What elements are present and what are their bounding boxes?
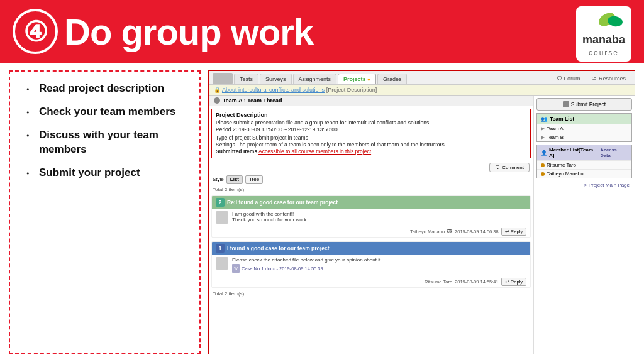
tab-tests[interactable]: Tests bbox=[234, 74, 258, 84]
team-list-box: 👥 Team List ▶ Team A ▶ Team B bbox=[536, 113, 632, 142]
team-list-item-a[interactable]: ▶ Team A bbox=[537, 124, 631, 133]
file-icon: W bbox=[232, 264, 240, 273]
step-number: ④ bbox=[13, 9, 58, 54]
post-2-line2: Thank you so much for your work. bbox=[232, 217, 526, 222]
project-main-page-link[interactable]: > Project Main Page bbox=[536, 181, 632, 189]
comment-button[interactable]: 🗨 Comment bbox=[489, 163, 530, 172]
project-title-link[interactable]: About intercultural conflicts and soluti… bbox=[222, 87, 325, 93]
post-1-content: Please check the attached file below and… bbox=[232, 257, 526, 274]
tab-grades[interactable]: Grades bbox=[377, 74, 408, 84]
member-2-dot bbox=[541, 172, 545, 176]
main-content: ・ Read project description ・ Check your … bbox=[0, 63, 644, 362]
thread-area: Team A : Team Thread Project Description… bbox=[209, 96, 534, 354]
team-list-item-b[interactable]: ▶ Team B bbox=[537, 133, 631, 141]
post-2-header: 2 Re:I found a good case for our team pr… bbox=[212, 196, 530, 209]
submit-icon bbox=[563, 101, 569, 107]
bullet-item-3: ・ Discuss with your team members bbox=[21, 128, 188, 157]
post-2-avatar bbox=[216, 211, 228, 224]
post-1-header: 1 I found a good case for our team proje… bbox=[212, 242, 530, 255]
member-1-dot bbox=[541, 163, 545, 167]
post-1-date: 2019-08-09 14:55:41 bbox=[455, 279, 499, 285]
post-1-attachment: W Case No.1.docx - 2019-08-09 14:55:39 bbox=[232, 263, 526, 274]
tab-forum[interactable]: 🗨 Forum bbox=[552, 74, 586, 84]
post-1-reply-button[interactable]: ↩ Reply bbox=[501, 278, 526, 286]
tab-surveys[interactable]: Surveys bbox=[260, 74, 292, 84]
tab-assignments[interactable]: Assignments bbox=[293, 74, 337, 84]
team-a-label: Team A bbox=[547, 126, 564, 131]
team-list-header: 👥 Team List bbox=[537, 114, 631, 124]
proj-desc-period: Period 2019-08-09 13:50:00～2019-12-19 13… bbox=[216, 126, 526, 134]
bullet-item-4: ・ Submit your project bbox=[21, 166, 188, 180]
style-bar: Style List Tree bbox=[209, 174, 533, 185]
list-view-button[interactable]: List bbox=[226, 175, 243, 184]
project-description-box: Project Description Please submit a pres… bbox=[211, 109, 531, 158]
post-1-footer: Ritsume Taro 2019-08-09 14:55:41 ↩ Reply bbox=[212, 277, 530, 287]
post-2-author: Taiheyo Manabu bbox=[410, 229, 445, 234]
bullet-item-1: ・ Read project description bbox=[21, 82, 188, 96]
post-2-date: 2019-08-09 14:56:38 bbox=[455, 229, 499, 234]
project-title-bar: 🔒 About intercultural conflicts and solu… bbox=[209, 85, 635, 96]
member-item-1: Ritsume Taro bbox=[537, 160, 631, 169]
total-count-top: Total 2 item(s) bbox=[209, 185, 533, 194]
projects-badge: ● bbox=[367, 77, 370, 82]
post-1-num: 1 bbox=[216, 244, 225, 253]
team-icon bbox=[214, 97, 220, 104]
submit-project-button[interactable]: Submit Project bbox=[536, 98, 632, 111]
member-2-name: Taiheyo Manabu bbox=[547, 171, 584, 177]
access-data-link[interactable]: Access Data bbox=[600, 147, 628, 158]
manaba-logo: manaba course bbox=[576, 6, 631, 62]
bullet-text-4: Submit your project bbox=[39, 166, 140, 180]
post-2-body: I am good with the content!! Thank you s… bbox=[212, 209, 530, 226]
left-panel: ・ Read project description ・ Check your … bbox=[9, 70, 201, 354]
logo-subtitle: course bbox=[589, 48, 619, 57]
post-2-title: Re:I found a good case for our team proj… bbox=[227, 199, 338, 206]
team-b-label: Team B bbox=[547, 134, 564, 140]
post-2-reply-button[interactable]: ↩ Reply bbox=[501, 228, 526, 236]
member-1-name: Ritsume Taro bbox=[547, 162, 576, 168]
proj-desc-type: Type of project Submit project in teams bbox=[216, 134, 526, 141]
post-2-footer: Taiheyo Manabu 🖼 2019-08-09 14:56:38 ↩ R… bbox=[212, 226, 530, 237]
proj-desc-description: Please submit a presentation file and a … bbox=[216, 119, 526, 126]
post-1-avatar bbox=[216, 257, 228, 270]
post-2-line1: I am good with the content!! bbox=[232, 211, 526, 217]
post-2-content: I am good with the content!! Thank you s… bbox=[232, 211, 526, 224]
member-list-box: 👤 Member List[Team A] Access Data Ritsum… bbox=[536, 145, 632, 178]
member-list-header: 👤 Member List[Team A] Access Data bbox=[537, 145, 631, 160]
content-area: Team A : Team Thread Project Description… bbox=[209, 96, 635, 354]
bullet-dot-4: ・ bbox=[21, 167, 34, 180]
proj-desc-title: Project Description bbox=[216, 112, 526, 118]
bullet-text-2: Check your team members bbox=[39, 105, 175, 119]
tab-bar: Tests Surveys Assignments Projects ● Gra… bbox=[209, 71, 635, 85]
page-title: Do group work bbox=[64, 11, 313, 53]
header: ④ Do group work manaba course bbox=[0, 0, 644, 63]
tree-view-button[interactable]: Tree bbox=[245, 175, 263, 184]
bullet-text-1: Read project description bbox=[39, 82, 164, 96]
right-sidebar: Submit Project 👥 Team List ▶ Team A ▶ Te… bbox=[534, 96, 635, 354]
post-2: 2 Re:I found a good case for our team pr… bbox=[211, 195, 531, 238]
total-count-bottom: Total 2 item(s) bbox=[209, 290, 533, 298]
post-1-author: Ritsume Taro bbox=[425, 279, 452, 285]
tab-projects[interactable]: Projects ● bbox=[338, 74, 376, 84]
member-item-2: Taiheyo Manabu bbox=[537, 169, 631, 178]
post-1-title: I found a good case for our team project bbox=[227, 245, 329, 251]
team-b-arrow: ▶ bbox=[541, 134, 545, 140]
bullet-text-3: Discuss with your team members bbox=[39, 128, 188, 157]
team-a-arrow: ▶ bbox=[541, 126, 545, 131]
proj-desc-settings: Settings The project room of a team is o… bbox=[216, 141, 526, 148]
nav-icon bbox=[213, 73, 233, 84]
post-2-icon: 🖼 bbox=[447, 229, 452, 234]
tab-resources[interactable]: 🗂 Resources bbox=[586, 74, 631, 84]
post-1-body: Please check the attached file below and… bbox=[212, 255, 530, 277]
post-1-line1: Please check the attached file below and… bbox=[232, 257, 526, 263]
screenshot-panel: Tests Surveys Assignments Projects ● Gra… bbox=[208, 70, 635, 354]
bullet-dot-2: ・ bbox=[21, 106, 34, 119]
header-title: ④ Do group work bbox=[13, 9, 313, 54]
bullet-item-2: ・ Check your team members bbox=[21, 105, 188, 119]
proj-desc-submitted: Submitted Items Accessible to all course… bbox=[216, 148, 526, 155]
post-1: 1 I found a good case for our team proje… bbox=[211, 241, 531, 288]
style-label: Style bbox=[213, 177, 224, 182]
bullet-dot-1: ・ bbox=[21, 83, 34, 96]
team-header: Team A : Team Thread bbox=[209, 96, 533, 106]
post-2-num: 2 bbox=[216, 198, 225, 207]
member-list-title: Member List[Team A] bbox=[549, 147, 598, 158]
